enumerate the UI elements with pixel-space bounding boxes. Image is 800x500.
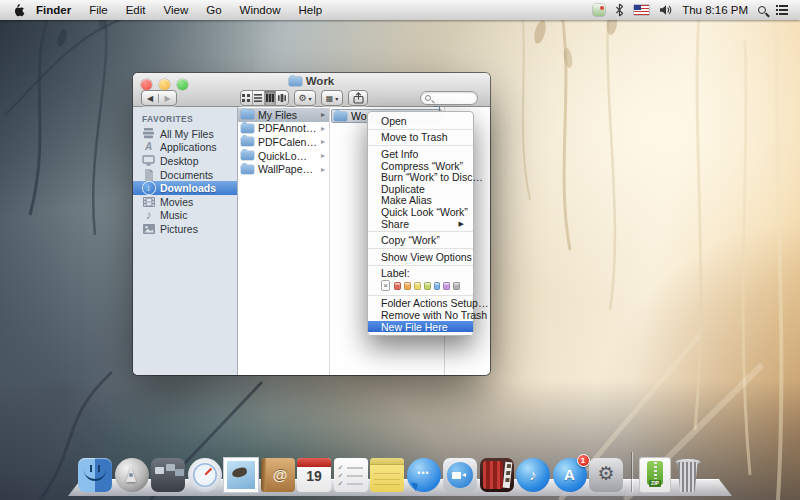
- menu-item-make-alias[interactable]: Make Alias: [368, 195, 473, 207]
- forward-button[interactable]: ▶: [159, 94, 176, 103]
- label-clear-button[interactable]: ×: [381, 280, 390, 291]
- folder-icon: [241, 110, 254, 119]
- label-swatch-red[interactable]: [394, 282, 401, 290]
- menu-window[interactable]: Window: [231, 4, 290, 16]
- folder-icon: [241, 165, 254, 174]
- menu-item-duplicate[interactable]: Duplicate: [368, 183, 473, 195]
- coverflow-view-button[interactable]: [276, 91, 288, 105]
- sidebar-item-documents[interactable]: Documents: [133, 168, 237, 182]
- chevron-right-icon: ▸: [321, 137, 326, 146]
- back-button[interactable]: ◀: [142, 94, 159, 103]
- status-app-icon[interactable]: [593, 4, 605, 16]
- menu-item-new-file-here[interactable]: New File Here: [368, 321, 473, 333]
- sidebar-section-favorites: FAVORITES: [133, 112, 237, 127]
- list-view-button[interactable]: [253, 91, 265, 105]
- sidebar-item-desktop[interactable]: Desktop: [133, 154, 237, 168]
- menu-item-copy[interactable]: Copy “Work”: [368, 234, 473, 246]
- spotlight-icon[interactable]: [758, 6, 766, 14]
- search-field[interactable]: [420, 91, 478, 105]
- menu-separator: [368, 129, 473, 130]
- dock-safari-icon[interactable]: [188, 458, 222, 492]
- volume-icon[interactable]: [659, 4, 672, 16]
- menu-item-share[interactable]: Share▶: [368, 218, 473, 230]
- arrange-icon: ▦: [326, 94, 334, 103]
- share-button[interactable]: [348, 90, 368, 106]
- dock-contacts-icon[interactable]: @: [261, 458, 295, 492]
- column-view-button[interactable]: [265, 91, 277, 105]
- menu-file[interactable]: File: [80, 4, 117, 16]
- dock-separator: [626, 452, 638, 492]
- file-row-my-files[interactable]: My Files ▸: [238, 108, 329, 122]
- view-switcher: [240, 90, 289, 106]
- label-swatch-green[interactable]: [424, 282, 431, 290]
- window-chrome[interactable]: Work ◀ ▶: [133, 73, 490, 107]
- menu-item-get-info[interactable]: Get Info: [368, 148, 473, 160]
- dock-zip-archive-icon[interactable]: ZIP: [640, 458, 670, 492]
- sidebar-item-label: Downloads: [160, 182, 216, 194]
- sidebar-item-all-my-files[interactable]: All My Files: [133, 127, 237, 141]
- sidebar-item-music[interactable]: ♪ Music: [133, 209, 237, 223]
- apple-menu-icon[interactable]: [12, 3, 25, 17]
- file-row-wallpaper[interactable]: WallPape…0x1440 ▸: [238, 162, 329, 176]
- menu-item-show-view-options[interactable]: Show View Options: [368, 251, 473, 263]
- dock-finder-icon[interactable]: [78, 458, 112, 492]
- sidebar-item-pictures[interactable]: Pictures: [133, 222, 237, 236]
- menu-bar-clock[interactable]: Thu 8:16 PM: [682, 4, 748, 16]
- window-title: Work: [133, 75, 490, 87]
- dock-trash-icon[interactable]: [673, 458, 703, 492]
- menu-item-move-to-trash[interactable]: Move to Trash: [368, 132, 473, 144]
- dock-messages-icon[interactable]: •••: [407, 458, 441, 492]
- sidebar-item-downloads[interactable]: ↓ Downloads: [133, 181, 237, 195]
- file-row-pdfannotationeditor[interactable]: PDFAnnotationEditor ▸: [238, 122, 329, 136]
- menu-bar: Finder File Edit View Go Window Help Thu…: [0, 0, 800, 20]
- menu-item-folder-actions-setup[interactable]: Folder Actions Setup…: [368, 298, 473, 310]
- menu-item-remove-with-no-trash[interactable]: Remove with No Trash: [368, 309, 473, 321]
- menu-item-open[interactable]: Open: [368, 115, 473, 127]
- file-name: PDFAnnotationEditor: [258, 122, 317, 134]
- pictures-icon: [142, 223, 155, 235]
- label-swatch-yellow[interactable]: [414, 282, 421, 290]
- sidebar-item-movies[interactable]: Movies: [133, 195, 237, 209]
- dock-calendar-icon[interactable]: 19: [297, 458, 331, 492]
- label-swatch-blue[interactable]: [434, 282, 441, 290]
- notification-center-icon[interactable]: [776, 5, 788, 15]
- bluetooth-icon[interactable]: [615, 3, 624, 17]
- label-swatch-gray[interactable]: [453, 282, 460, 290]
- dock-launchpad-icon[interactable]: [115, 458, 149, 492]
- dock-system-preferences-icon[interactable]: ⚙: [589, 458, 623, 492]
- file-row-pdfcalendar[interactable]: PDFCalendar ▸: [238, 135, 329, 149]
- menu-item-quick-look[interactable]: Quick Look “Work”: [368, 206, 473, 218]
- label-swatch-orange[interactable]: [404, 282, 411, 290]
- dock-reminders-icon[interactable]: ✓✓✓: [334, 458, 368, 492]
- dock-facetime-icon[interactable]: [443, 458, 477, 492]
- dock-notes-icon[interactable]: [370, 458, 404, 492]
- menu-item-compress[interactable]: Compress “Work”: [368, 160, 473, 172]
- file-name: QuickLo…wnloader: [258, 150, 317, 162]
- menu-view[interactable]: View: [155, 4, 198, 16]
- menu-go[interactable]: Go: [197, 4, 230, 16]
- dock-mail-icon[interactable]: [224, 458, 258, 492]
- chevron-right-icon: ▸: [321, 165, 326, 174]
- label-swatch-purple[interactable]: [443, 282, 450, 290]
- menu-help[interactable]: Help: [289, 4, 331, 16]
- file-row-quicklook-downloader[interactable]: QuickLo…wnloader ▸: [238, 149, 329, 163]
- arrange-menu-button[interactable]: ▦▾: [321, 90, 343, 106]
- search-input[interactable]: [431, 93, 473, 103]
- menu-edit[interactable]: Edit: [117, 4, 155, 16]
- menu-finder[interactable]: Finder: [27, 4, 80, 16]
- folder-icon: [334, 112, 347, 121]
- input-source-flag-icon[interactable]: [634, 5, 649, 15]
- share-icon: [353, 92, 364, 104]
- dock-itunes-icon[interactable]: ♪: [516, 458, 550, 492]
- sidebar-item-applications[interactable]: A Applications: [133, 141, 237, 155]
- menu-item-burn-to-disc[interactable]: Burn “Work” to Disc…: [368, 171, 473, 183]
- sidebar-item-label: Documents: [160, 169, 213, 181]
- icon-view-button[interactable]: [241, 91, 253, 105]
- action-menu-button[interactable]: ⚙▾: [294, 90, 316, 106]
- dock-app-store-icon[interactable]: A1: [553, 458, 587, 492]
- downloads-icon: ↓: [142, 182, 155, 194]
- chevron-down-icon: ▾: [335, 95, 338, 102]
- status-area: Thu 8:16 PM: [593, 3, 788, 17]
- dock-mission-control-icon[interactable]: [151, 458, 185, 492]
- dock-photo-booth-icon[interactable]: [480, 458, 514, 492]
